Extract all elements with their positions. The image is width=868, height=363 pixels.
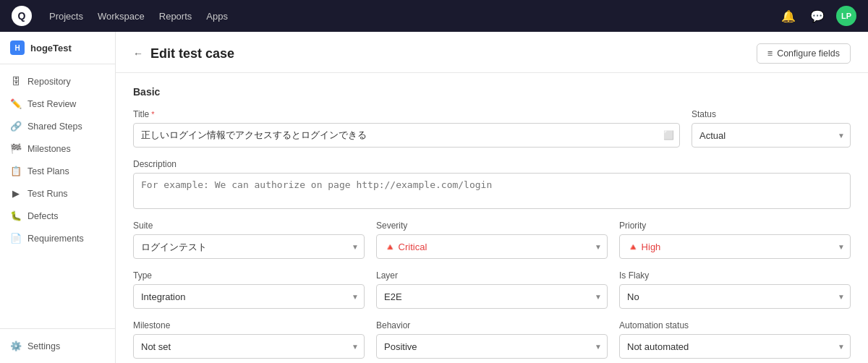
automation-status-select[interactable]: Not automated Automated To be automated — [619, 334, 851, 359]
apps-link[interactable]: Apps — [206, 8, 228, 25]
title-label: Title * — [133, 109, 680, 119]
topnav-icons: 🔔 💬 LP — [778, 6, 856, 26]
defects-icon: 🐛 — [10, 210, 22, 221]
workspace-link[interactable]: Workspace — [98, 8, 145, 25]
behavior-select[interactable]: Positive Negative Destructive — [376, 334, 608, 359]
sidebar-item-test-runs[interactable]: ▶ Test Runs — [0, 182, 115, 205]
automation-status-field: Automation status Not automated Automate… — [619, 320, 851, 359]
page-title: Edit test case — [150, 46, 234, 61]
suite-select[interactable]: ログインテスト — [133, 234, 365, 259]
type-layer-flaky-row: Type Integration Unit E2E ▼ Layer — [133, 270, 851, 309]
type-select[interactable]: Integration Unit E2E — [133, 284, 365, 309]
project-name: hogeTest — [30, 43, 72, 54]
form-section-basic: Basic Title * ⬜ Status — [116, 73, 868, 363]
title-input[interactable] — [133, 123, 680, 148]
priority-select[interactable]: 🔺 High Medium Low — [619, 234, 851, 259]
behavior-field: Behavior Positive Negative Destructive ▼ — [376, 320, 608, 359]
status-field: Status Actual Draft Deprecated ▼ — [692, 109, 851, 148]
milestone-select-wrapper: Not set ▼ — [133, 334, 365, 359]
layer-label: Layer — [376, 270, 608, 281]
sidebar-item-test-plans[interactable]: 📋 Test Plans — [0, 160, 115, 182]
priority-label: Priority — [619, 221, 851, 231]
expand-icon: ⬜ — [663, 130, 674, 140]
type-select-wrapper: Integration Unit E2E ▼ — [133, 284, 365, 309]
back-arrow-icon: ← — [133, 48, 143, 59]
test-plans-icon: 📋 — [10, 166, 22, 176]
sidebar-item-repository-label: Repository — [27, 77, 71, 87]
sidebar-item-test-review[interactable]: ✏️ Test Review — [0, 93, 115, 115]
test-runs-icon: ▶ — [10, 188, 22, 199]
sidebar-nav: 🗄 Repository ✏️ Test Review 🔗 Shared Ste… — [0, 64, 115, 328]
sidebar-item-milestones-label: Milestones — [27, 144, 71, 154]
title-status-row: Title * ⬜ Status Actual Draft Deprec — [133, 109, 851, 148]
configure-fields-button[interactable]: ≡ Configure fields — [757, 43, 851, 64]
avatar[interactable]: LP — [836, 6, 856, 26]
sidebar-item-defects[interactable]: 🐛 Defects — [0, 205, 115, 227]
severity-select[interactable]: 🔺 Critical High Medium Low — [376, 234, 608, 259]
sidebar-item-shared-steps[interactable]: 🔗 Shared Steps — [0, 115, 115, 137]
sidebar-item-settings-label: Settings — [27, 341, 60, 351]
sidebar-item-test-runs-label: Test Runs — [27, 189, 68, 199]
repository-icon: 🗄 — [10, 76, 22, 87]
sidebar: H hogeTest 🗄 Repository ✏️ Test Review 🔗… — [0, 32, 116, 363]
main-content: ← Edit test case ≡ Configure fields Basi… — [116, 32, 868, 363]
sidebar-project[interactable]: H hogeTest — [0, 32, 115, 64]
topnav-links: Projects Workspace Reports Apps — [49, 8, 228, 25]
description-row: Description — [133, 159, 851, 209]
is-flaky-label: Is Flaky — [619, 270, 851, 281]
configure-fields-icon: ≡ — [767, 48, 773, 59]
behavior-label: Behavior — [376, 320, 608, 330]
status-label: Status — [692, 109, 851, 119]
description-field: Description — [133, 159, 851, 209]
topnav: Q Projects Workspace Reports Apps 🔔 💬 LP — [0, 0, 868, 32]
is-flaky-select[interactable]: No Yes — [619, 284, 851, 309]
notifications-icon[interactable]: 🔔 — [778, 6, 799, 26]
sidebar-item-defects-label: Defects — [27, 211, 58, 221]
layer-field: Layer E2E Unit Integration ▼ — [376, 270, 608, 309]
suite-severity-priority-row: Suite ログインテスト ▼ Severity 🔺 Critical High — [133, 221, 851, 259]
configure-fields-label: Configure fields — [777, 48, 840, 59]
is-flaky-select-wrapper: No Yes ▼ — [619, 284, 851, 309]
requirements-icon: 📄 — [10, 233, 22, 244]
title-row: ← Edit test case — [133, 46, 234, 61]
title-field: Title * ⬜ — [133, 109, 680, 148]
main-header: ← Edit test case ≡ Configure fields — [116, 32, 868, 73]
projects-link[interactable]: Projects — [49, 8, 83, 25]
sidebar-item-test-plans-label: Test Plans — [27, 166, 69, 176]
milestone-behavior-automation-row: Milestone Not set ▼ Behavior Positive Ne… — [133, 320, 851, 359]
sidebar-item-test-review-label: Test Review — [27, 99, 76, 109]
severity-field: Severity 🔺 Critical High Medium Low ▼ — [376, 221, 608, 259]
sidebar-item-milestones[interactable]: 🏁 Milestones — [0, 137, 115, 160]
sidebar-item-repository[interactable]: 🗄 Repository — [0, 70, 115, 93]
description-input[interactable] — [133, 173, 851, 209]
sidebar-item-requirements-label: Requirements — [27, 234, 84, 244]
shared-steps-icon: 🔗 — [10, 121, 22, 132]
severity-label: Severity — [376, 221, 608, 231]
automation-status-select-wrapper: Not automated Automated To be automated … — [619, 334, 851, 359]
messages-icon[interactable]: 💬 — [807, 6, 827, 26]
automation-status-label: Automation status — [619, 320, 851, 330]
milestone-select[interactable]: Not set — [133, 334, 365, 359]
back-button[interactable]: ← — [133, 48, 143, 59]
reports-link[interactable]: Reports — [159, 8, 192, 25]
suite-select-wrapper: ログインテスト ▼ — [133, 234, 365, 259]
sidebar-item-shared-steps-label: Shared Steps — [27, 121, 82, 132]
settings-icon: ⚙️ — [10, 341, 22, 351]
project-icon: H — [10, 40, 25, 55]
sidebar-item-settings[interactable]: ⚙️ Settings — [0, 335, 115, 357]
sidebar-item-requirements[interactable]: 📄 Requirements — [0, 227, 115, 249]
suite-field: Suite ログインテスト ▼ — [133, 221, 365, 259]
priority-select-wrapper: 🔺 High Medium Low ▼ — [619, 234, 851, 259]
priority-field: Priority 🔺 High Medium Low ▼ — [619, 221, 851, 259]
milestones-icon: 🏁 — [10, 143, 22, 154]
is-flaky-field: Is Flaky No Yes ▼ — [619, 270, 851, 309]
test-review-icon: ✏️ — [10, 98, 22, 109]
type-label: Type — [133, 270, 365, 281]
required-indicator: * — [151, 110, 154, 119]
logo[interactable]: Q — [12, 6, 32, 26]
layer-select[interactable]: E2E Unit Integration — [376, 284, 608, 309]
title-input-wrapper: ⬜ — [133, 123, 680, 148]
section-basic-title: Basic — [133, 86, 851, 98]
status-select[interactable]: Actual Draft Deprecated — [692, 123, 851, 148]
milestone-label: Milestone — [133, 320, 365, 330]
